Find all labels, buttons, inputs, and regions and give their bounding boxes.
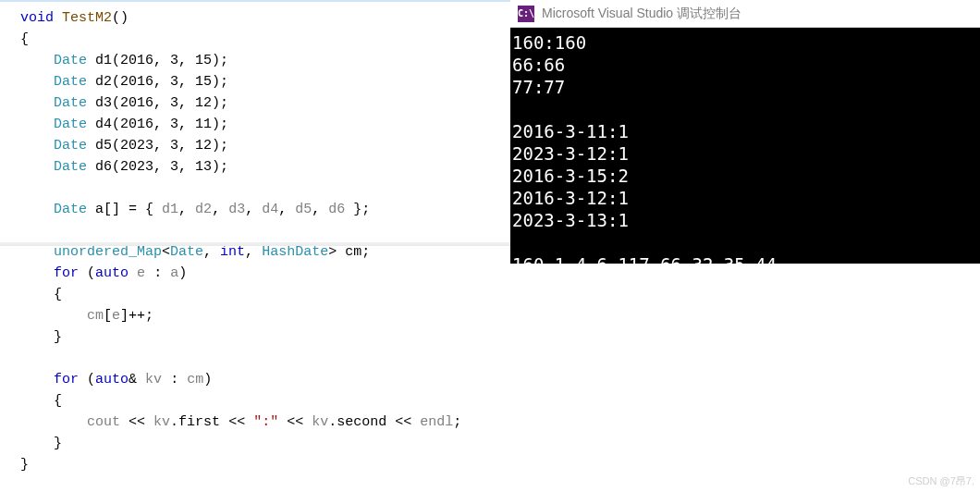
console-below-blank xyxy=(510,264,980,492)
code-line[interactable]: Date d5(2023, 3, 12); xyxy=(0,135,510,156)
code-line[interactable]: { xyxy=(0,29,510,50)
code-line[interactable] xyxy=(0,220,510,241)
code-line[interactable]: cm[e]++; xyxy=(0,305,510,326)
code-line[interactable]: Date d1(2016, 3, 15); xyxy=(0,50,510,71)
code-line[interactable]: Date d3(2016, 3, 12); xyxy=(0,92,510,114)
code-line[interactable] xyxy=(0,348,510,369)
code-line[interactable]: Date d4(2016, 3, 11); xyxy=(0,114,510,135)
code-line[interactable]: Date a[] = { d1, d2, d3, d4, d5, d6 }; xyxy=(0,199,510,220)
code-container: void TestM2(){ Date d1(2016, 3, 15); Dat… xyxy=(0,7,510,475)
code-line[interactable]: void TestM2() xyxy=(0,7,510,29)
watermark-text: CSDN @7昂7. xyxy=(908,474,974,488)
code-line[interactable]: } xyxy=(0,326,510,348)
code-line[interactable]: } xyxy=(0,433,510,454)
console-pane: C:\ Microsoft Visual Studio 调试控制台 160:16… xyxy=(510,0,980,492)
code-line[interactable]: unordered_Map<Date, int, HashDate> cm; xyxy=(0,241,510,263)
code-line[interactable]: Date d2(2016, 3, 15); xyxy=(0,71,510,92)
code-line[interactable]: { xyxy=(0,284,510,305)
console-app-icon: C:\ xyxy=(518,6,534,22)
code-line[interactable]: { xyxy=(0,390,510,412)
console-titlebar[interactable]: C:\ Microsoft Visual Studio 调试控制台 xyxy=(510,0,980,28)
code-line[interactable]: for (auto& kv : cm) xyxy=(0,369,510,390)
console-output[interactable]: 160:160 66:66 77:77 2016-3-11:1 2023-3-1… xyxy=(510,28,980,264)
app-layout: void TestM2(){ Date d1(2016, 3, 15); Dat… xyxy=(0,0,980,492)
code-line[interactable]: cout << kv.first << ":" << kv.second << … xyxy=(0,412,510,433)
code-editor-pane[interactable]: void TestM2(){ Date d1(2016, 3, 15); Dat… xyxy=(0,0,510,492)
code-line[interactable] xyxy=(0,178,510,199)
code-line[interactable]: for (auto e : a) xyxy=(0,263,510,284)
code-line[interactable]: Date d6(2023, 3, 13); xyxy=(0,156,510,178)
code-line[interactable]: } xyxy=(0,454,510,475)
console-title: Microsoft Visual Studio 调试控制台 xyxy=(542,6,741,22)
